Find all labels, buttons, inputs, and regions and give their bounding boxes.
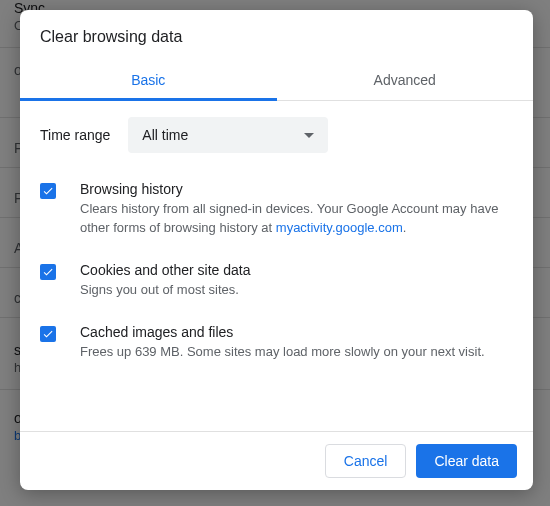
option-content: Cookies and other site data Signs you ou… — [80, 262, 513, 300]
time-range-value: All time — [142, 127, 188, 143]
checkbox-browsing-history[interactable] — [40, 183, 56, 199]
option-title: Cookies and other site data — [80, 262, 513, 278]
option-description: Clears history from all signed-in device… — [80, 200, 513, 238]
checkbox-cached[interactable] — [40, 326, 56, 342]
time-range-row: Time range All time — [40, 117, 513, 153]
option-description: Signs you out of most sites. — [80, 281, 513, 300]
option-content: Cached images and files Frees up 639 MB.… — [80, 324, 513, 362]
option-cached: Cached images and files Frees up 639 MB.… — [40, 324, 513, 362]
option-description: Frees up 639 MB. Some sites may load mor… — [80, 343, 513, 362]
tab-basic[interactable]: Basic — [20, 60, 277, 100]
option-browsing-history: Browsing history Clears history from all… — [40, 181, 513, 238]
time-range-label: Time range — [40, 127, 110, 143]
check-icon — [42, 266, 54, 278]
dialog-title: Clear browsing data — [20, 10, 533, 60]
myactivity-link[interactable]: myactivity.google.com — [276, 220, 403, 235]
tab-advanced[interactable]: Advanced — [277, 60, 534, 100]
time-range-select[interactable]: All time — [128, 117, 328, 153]
option-content: Browsing history Clears history from all… — [80, 181, 513, 238]
option-title: Cached images and files — [80, 324, 513, 340]
tab-bar: Basic Advanced — [20, 60, 533, 101]
checkbox-cookies[interactable] — [40, 264, 56, 280]
dialog-footer: Cancel Clear data — [20, 431, 533, 490]
cancel-button[interactable]: Cancel — [325, 444, 407, 478]
option-title: Browsing history — [80, 181, 513, 197]
clear-data-button[interactable]: Clear data — [416, 444, 517, 478]
option-cookies: Cookies and other site data Signs you ou… — [40, 262, 513, 300]
chevron-down-icon — [304, 133, 314, 138]
dialog-content: Time range All time Browsing history Cle… — [20, 101, 533, 431]
check-icon — [42, 185, 54, 197]
check-icon — [42, 328, 54, 340]
clear-browsing-data-dialog: Clear browsing data Basic Advanced Time … — [20, 10, 533, 490]
option-desc-post: . — [403, 220, 407, 235]
